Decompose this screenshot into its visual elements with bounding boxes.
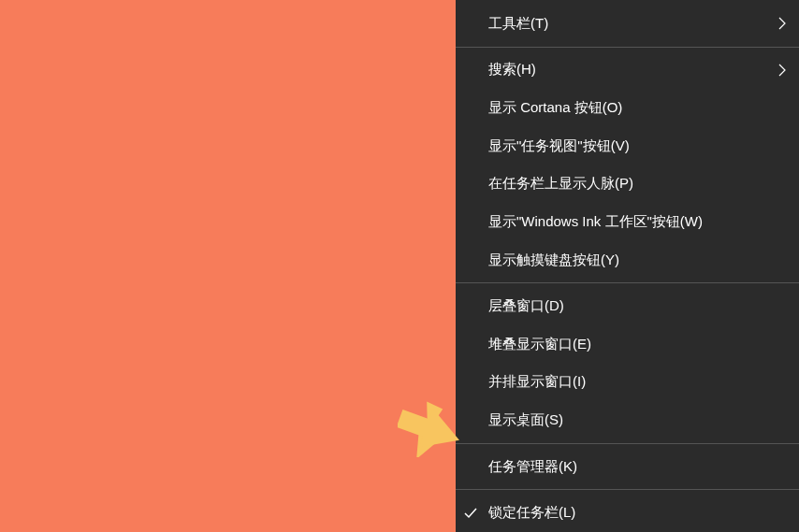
chevron-right-icon bbox=[778, 17, 786, 30]
menu-item-label: 显示桌面(S) bbox=[488, 411, 563, 429]
menu-item-label: 工具栏(T) bbox=[488, 15, 548, 33]
menu-item-stack-windows[interactable]: 堆叠显示窗口(E) bbox=[456, 325, 799, 364]
menu-item-task-manager[interactable]: 任务管理器(K) bbox=[456, 448, 799, 486]
menu-item-side-by-side[interactable]: 并排显示窗口(I) bbox=[456, 364, 799, 402]
checkmark-icon bbox=[463, 506, 478, 521]
pointer-arrow-annotation bbox=[398, 401, 463, 457]
menu-item-label: 搜索(H) bbox=[488, 61, 536, 79]
menu-item-show-cortana[interactable]: 显示 Cortana 按钮(O) bbox=[456, 89, 799, 127]
menu-item-label: 显示"Windows Ink 工作区"按钮(W) bbox=[488, 213, 703, 231]
menu-item-show-desktop[interactable]: 显示桌面(S) bbox=[456, 401, 799, 439]
menu-item-show-windows-ink[interactable]: 显示"Windows Ink 工作区"按钮(W) bbox=[456, 203, 799, 241]
menu-item-label: 层叠窗口(D) bbox=[488, 297, 564, 315]
menu-item-show-task-view[interactable]: 显示"任务视图"按钮(V) bbox=[456, 127, 799, 165]
taskbar-context-menu: 工具栏(T) 搜索(H) 显示 Cortana 按钮(O) 显示"任务视图"按钮… bbox=[456, 0, 799, 532]
menu-item-search[interactable]: 搜索(H) bbox=[456, 51, 799, 90]
menu-item-label: 显示 Cortana 按钮(O) bbox=[488, 99, 622, 117]
menu-item-label: 显示"任务视图"按钮(V) bbox=[488, 137, 630, 155]
menu-item-cascade-windows[interactable]: 层叠窗口(D) bbox=[456, 287, 799, 325]
menu-separator bbox=[456, 489, 799, 490]
menu-separator bbox=[456, 443, 799, 444]
menu-item-label: 任务管理器(K) bbox=[488, 458, 577, 476]
desktop-background bbox=[0, 0, 456, 532]
menu-item-lock-taskbar[interactable]: 锁定任务栏(L) bbox=[456, 494, 799, 532]
menu-item-toolbars[interactable]: 工具栏(T) bbox=[456, 5, 799, 43]
menu-separator bbox=[456, 47, 799, 48]
menu-item-show-people[interactable]: 在任务栏上显示人脉(P) bbox=[456, 165, 799, 203]
menu-item-label: 堆叠显示窗口(E) bbox=[488, 336, 591, 353]
menu-item-label: 锁定任务栏(L) bbox=[488, 504, 575, 522]
menu-item-label: 在任务栏上显示人脉(P) bbox=[488, 175, 633, 193]
menu-separator bbox=[456, 282, 799, 283]
menu-item-show-touch-keyboard[interactable]: 显示触摸键盘按钮(Y) bbox=[456, 241, 799, 280]
menu-item-label: 显示触摸键盘按钮(Y) bbox=[488, 252, 619, 269]
chevron-right-icon bbox=[778, 64, 786, 77]
menu-item-label: 并排显示窗口(I) bbox=[488, 373, 586, 391]
